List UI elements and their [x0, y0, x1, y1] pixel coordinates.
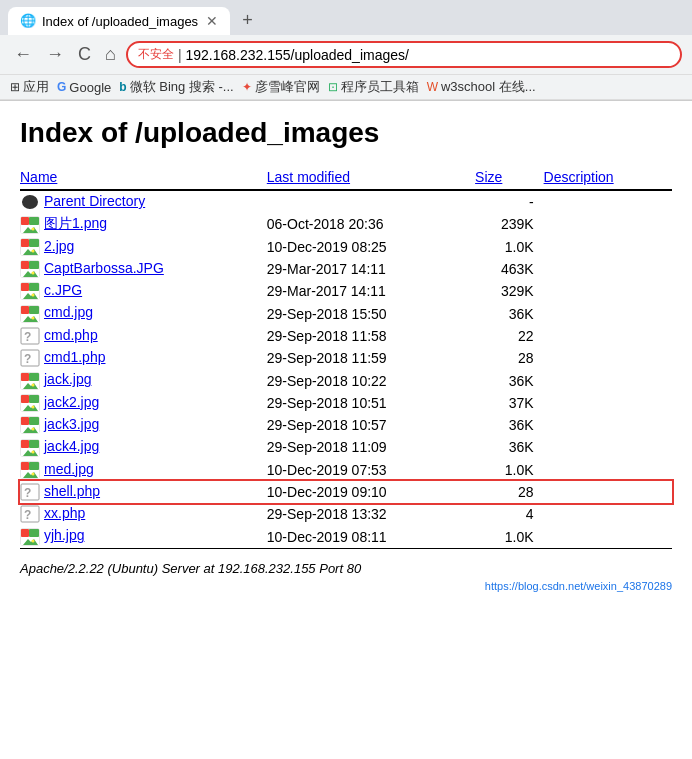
col-size-link[interactable]: Size	[475, 169, 502, 185]
file-link[interactable]: jack.jpg	[44, 371, 91, 387]
bookmark-w3school[interactable]: W w3school 在线...	[427, 78, 536, 96]
file-name-cell: c.JPG	[20, 280, 267, 302]
svg-point-7	[32, 227, 35, 230]
active-tab[interactable]: 🌐 Index of /uploaded_images ✕	[8, 7, 230, 35]
table-row: jack3.jpg29-Sep-2018 10:5736K	[20, 414, 672, 436]
svg-text:?: ?	[24, 352, 31, 366]
new-tab-button[interactable]: +	[234, 6, 261, 35]
file-link[interactable]: xx.php	[44, 505, 85, 521]
col-size: Size	[475, 165, 544, 190]
back-button[interactable]: ←	[10, 42, 36, 67]
file-size-cell: 28	[475, 347, 544, 369]
svg-rect-43	[21, 395, 29, 403]
svg-rect-61	[21, 462, 29, 470]
file-link[interactable]: cmd.jpg	[44, 304, 93, 320]
file-date-cell: 29-Sep-2018 11:59	[267, 347, 475, 369]
page-title: Index of /uploaded_images	[20, 117, 672, 149]
file-link[interactable]: jack2.jpg	[44, 394, 99, 410]
address-bar[interactable]: 不安全 | 192.168.232.155/uploaded_images/	[126, 41, 682, 68]
table-header-row: Name Last modified Size Description	[20, 165, 672, 190]
bookmark-bing[interactable]: b 微软 Bing 搜索 -...	[119, 78, 233, 96]
bookmark-yanxuefeng[interactable]: ✦ 彦雪峰官网	[242, 78, 320, 96]
svg-point-19	[32, 272, 35, 275]
not-secure-label: 不安全	[138, 46, 174, 63]
file-link[interactable]: cmd1.php	[44, 349, 105, 365]
file-link[interactable]: Parent Directory	[44, 193, 145, 209]
file-size-cell: 28	[475, 481, 544, 503]
file-size-cell: 36K	[475, 302, 544, 324]
forward-button[interactable]: →	[42, 42, 68, 67]
table-row: ? xx.php29-Sep-2018 13:324	[20, 503, 672, 525]
col-last-modified-link[interactable]: Last modified	[267, 169, 350, 185]
table-row: yjh.jpg10-Dec-2019 08:111.0K	[20, 525, 672, 548]
file-date-cell: 29-Mar-2017 14:11	[267, 280, 475, 302]
image-icon	[20, 238, 40, 256]
server-footer: Apache/2.2.22 (Ubuntu) Server at 192.168…	[20, 561, 672, 576]
col-name-link[interactable]: Name	[20, 169, 57, 185]
google-icon: G	[57, 80, 66, 94]
svg-point-13	[32, 249, 35, 252]
file-link[interactable]: jack3.jpg	[44, 416, 99, 432]
image-icon	[20, 416, 40, 434]
svg-point-65	[32, 472, 35, 475]
svg-point-25	[32, 294, 35, 297]
svg-point-41	[32, 383, 35, 386]
image-icon	[20, 260, 40, 278]
file-name-cell: ? cmd.php	[20, 325, 267, 347]
table-row: jack4.jpg29-Sep-2018 11:0936K	[20, 436, 672, 458]
file-link[interactable]: yjh.jpg	[44, 527, 84, 543]
tab-favicon: 🌐	[20, 13, 36, 29]
table-row: ? shell.php10-Dec-2019 09:1028	[20, 481, 672, 503]
home-button[interactable]: ⌂	[101, 42, 120, 67]
file-size-cell: 36K	[475, 369, 544, 391]
reload-button[interactable]: C	[74, 42, 95, 67]
file-name-cell: 图片1.png	[20, 213, 267, 235]
file-link[interactable]: CaptBarbossa.JPG	[44, 260, 164, 276]
file-size-cell: 329K	[475, 280, 544, 302]
bookmark-tools[interactable]: ⊡ 程序员工具箱	[328, 78, 419, 96]
file-date-cell: 29-Mar-2017 14:11	[267, 258, 475, 280]
file-link[interactable]: med.jpg	[44, 461, 94, 477]
file-size-cell: 239K	[475, 213, 544, 235]
image-icon	[20, 394, 40, 412]
file-date-cell: 10-Dec-2019 09:10	[267, 481, 475, 503]
image-icon	[20, 461, 40, 479]
page-content: Index of /uploaded_images Name Last modi…	[0, 101, 692, 608]
file-link[interactable]: cmd.php	[44, 327, 98, 343]
file-size-cell: 37K	[475, 392, 544, 414]
file-size-cell: 4	[475, 503, 544, 525]
svg-rect-3	[21, 217, 29, 225]
file-name-cell: ? xx.php	[20, 503, 267, 525]
svg-rect-4	[29, 217, 39, 225]
col-description: Description	[544, 165, 672, 190]
table-row: 图片1.png06-Oct-2018 20:36239K	[20, 213, 672, 235]
file-date-cell: 29-Sep-2018 10:57	[267, 414, 475, 436]
watermark: https://blog.csdn.net/weixin_43870289	[20, 580, 672, 592]
bookmark-apps[interactable]: ⊞ 应用	[10, 78, 49, 96]
svg-text:?: ?	[24, 508, 31, 522]
bookmark-tools-label: 程序员工具箱	[341, 78, 419, 96]
unknown-icon: ?	[20, 349, 40, 367]
file-size-cell: 1.0K	[475, 525, 544, 548]
apps-icon: ⊞	[10, 80, 20, 94]
file-link[interactable]: shell.php	[44, 483, 100, 499]
svg-rect-49	[21, 417, 29, 425]
file-desc-cell	[544, 236, 672, 258]
file-desc-cell	[544, 325, 672, 347]
file-size-cell: 463K	[475, 258, 544, 280]
file-link[interactable]: jack4.jpg	[44, 438, 99, 454]
file-link[interactable]: 图片1.png	[44, 215, 107, 231]
bookmark-w3school-label: w3school 在线...	[441, 78, 536, 96]
file-link[interactable]: c.JPG	[44, 282, 82, 298]
file-desc-cell	[544, 481, 672, 503]
separator: |	[178, 47, 182, 63]
bookmark-google[interactable]: G Google	[57, 80, 111, 95]
svg-point-47	[32, 405, 35, 408]
svg-point-53	[32, 428, 35, 431]
file-link[interactable]: 2.jpg	[44, 238, 74, 254]
tab-close-button[interactable]: ✕	[206, 13, 218, 29]
image-icon	[20, 282, 40, 300]
file-desc-cell	[544, 280, 672, 302]
col-description-link[interactable]: Description	[544, 169, 614, 185]
file-desc-cell	[544, 258, 672, 280]
